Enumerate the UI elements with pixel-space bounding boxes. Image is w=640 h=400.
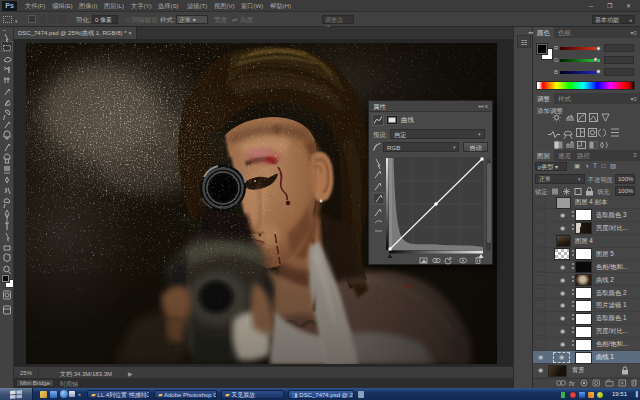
svg-text:fx: fx <box>569 380 575 387</box>
